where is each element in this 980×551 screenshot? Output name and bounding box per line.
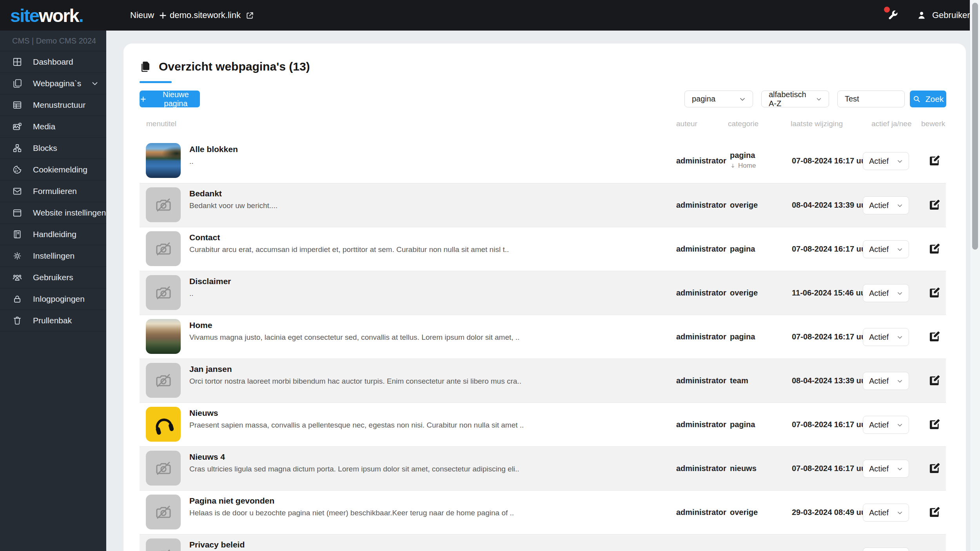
plus-icon: [159, 11, 167, 20]
row-last-modified: 08-04-2024 13:39 uur: [792, 201, 869, 210]
no-image-camera-icon: [154, 239, 173, 258]
site-link[interactable]: demo.sitework.link: [170, 10, 254, 20]
row-last-modified: 29-03-2024 08:49 uur: [792, 508, 869, 517]
row-thumbnail: [146, 538, 181, 551]
status-select[interactable]: Actief: [863, 152, 909, 170]
sidebar-item-menustructuur[interactable]: Menustructuur: [0, 94, 106, 116]
status-select[interactable]: Actief: [863, 416, 909, 434]
sidebar-item-handleiding[interactable]: Handleiding: [0, 224, 106, 245]
table-row[interactable]: Nieuws 4 Cras ultricies ligula sed magna…: [140, 446, 946, 490]
row-author: administrator: [676, 464, 726, 473]
status-select[interactable]: Actief: [863, 284, 909, 302]
row-author: administrator: [676, 245, 726, 254]
no-image-camera-icon: [154, 459, 173, 478]
edit-icon: [928, 549, 941, 551]
edit-icon: [928, 374, 941, 387]
row-category: team: [730, 376, 748, 385]
sidebar-item-formulieren[interactable]: Formulieren: [0, 181, 106, 202]
sort-filter-select[interactable]: alfabetisch A-Z: [761, 91, 829, 107]
row-thumbnail: [146, 451, 181, 486]
chevron-down-icon: [896, 465, 904, 473]
status-select-value: Actief: [869, 420, 889, 430]
status-select-value: Actief: [869, 377, 889, 386]
status-select[interactable]: Actief: [863, 328, 909, 346]
status-select[interactable]: Actief: [863, 504, 909, 522]
chevron-down-icon: [896, 509, 904, 517]
edit-page-button[interactable]: [928, 154, 941, 167]
sitework-logo[interactable]: sitework.: [10, 5, 83, 26]
status-select[interactable]: Actief: [863, 372, 909, 390]
menu-structure-icon: [12, 100, 22, 110]
page-scrollbar[interactable]: [970, 0, 980, 551]
status-select-value: Actief: [869, 157, 889, 166]
edit-page-button[interactable]: [928, 418, 941, 431]
nieuw-menu-button[interactable]: Nieuw: [130, 10, 167, 20]
sidebar: CMS | Demo CMS 2024 Dashboard Webpagina`…: [0, 31, 106, 551]
sidebar-item-instellingen[interactable]: Instellingen: [0, 245, 106, 267]
column-header-categorie: categorie: [728, 120, 759, 128]
category-sub-label: Home: [738, 162, 756, 170]
edit-page-button[interactable]: [928, 242, 941, 256]
sidebar-item-blocks[interactable]: Blocks: [0, 138, 106, 159]
edit-page-button[interactable]: [928, 330, 941, 343]
no-image-camera-icon: [154, 283, 173, 302]
table-row[interactable]: Bedankt Bedankt voor uw bericht.... admi…: [140, 183, 946, 227]
scrollbar-thumb[interactable]: [972, 3, 978, 250]
table-row[interactable]: Disclaimer .. administrator overige 11-0…: [140, 271, 946, 315]
row-author: administrator: [676, 508, 726, 517]
status-select[interactable]: Actief: [863, 240, 909, 258]
row-description: Helaas is de door u bezochte pagina niet…: [189, 509, 514, 517]
column-header-auteur: auteur: [676, 120, 697, 128]
topbar: sitework. Nieuw demo.sitework.link: [0, 0, 970, 31]
sidebar-item-webpaginas[interactable]: Webpagina`s: [0, 73, 106, 94]
status-select-value: Actief: [869, 245, 889, 254]
users-icon: [12, 272, 22, 283]
table-row[interactable]: Jan jansen Orci tortor nostra laoreet mo…: [140, 359, 946, 402]
row-title: Jan jansen: [189, 364, 232, 374]
category-filter-select[interactable]: pagina: [684, 91, 753, 107]
sidebar-item-dashboard[interactable]: Dashboard: [0, 51, 106, 73]
chevron-down-icon: [815, 95, 822, 103]
pages-table-rows: Alle blokken .. administrator pagina Hom…: [140, 139, 946, 551]
table-row[interactable]: Pagina niet gevonden Helaas is de door u…: [140, 490, 946, 534]
sidebar-item-website-instellingen[interactable]: Website instellingen: [0, 202, 106, 224]
table-row[interactable]: Home Vivamus magna justo, lacinia eget c…: [140, 315, 946, 359]
chevron-down-icon: [896, 421, 904, 429]
search-button[interactable]: Zoek: [910, 91, 946, 107]
row-title: Bedankt: [189, 189, 222, 198]
row-thumbnail: [146, 275, 181, 310]
sidebar-header: CMS | Demo CMS 2024: [0, 31, 106, 51]
new-page-button[interactable]: Nieuwe pagina: [140, 91, 200, 107]
sidebar-item-inlogpogingen[interactable]: Inlogpogingen: [0, 288, 106, 310]
sidebar-item-label: Blocks: [33, 143, 57, 153]
page-title: Overzicht webpagina's (13): [159, 60, 310, 73]
book-icon: [12, 229, 22, 239]
row-last-modified: 07-08-2024 16:17 uur: [792, 245, 869, 254]
edit-page-button[interactable]: [928, 374, 941, 387]
user-icon: [916, 10, 927, 20]
edit-page-button[interactable]: [928, 286, 941, 299]
edit-page-button[interactable]: [928, 462, 941, 475]
edit-page-button[interactable]: [928, 506, 941, 519]
chevron-down-icon: [896, 290, 904, 297]
status-select[interactable]: Actief: [863, 547, 909, 551]
table-row[interactable]: Contact Curabitur arcu erat, accumsan id…: [140, 227, 946, 271]
table-row[interactable]: Privacy beleid .. administrator overige …: [140, 534, 946, 551]
sidebar-item-prullenbak[interactable]: Prullenbak: [0, 310, 106, 332]
edit-page-button[interactable]: [928, 198, 941, 212]
browser-icon: [12, 208, 22, 218]
column-header-laatste-wijziging: laatste wijziging: [791, 120, 843, 128]
search-input[interactable]: [837, 91, 905, 107]
sidebar-item-cookiemelding[interactable]: Cookiemelding: [0, 159, 106, 181]
status-select[interactable]: Actief: [863, 196, 909, 214]
row-category-label: pagina: [730, 245, 755, 253]
sidebar-item-gebruikers[interactable]: Gebruikers: [0, 267, 106, 288]
sort-filter-value: alfabetisch A-Z: [769, 90, 815, 108]
edit-page-button[interactable]: [928, 549, 941, 551]
table-row[interactable]: Alle blokken .. administrator pagina Hom…: [140, 139, 946, 183]
media-icon: [12, 121, 22, 132]
sidebar-item-media[interactable]: Media: [0, 116, 106, 138]
status-select[interactable]: Actief: [863, 460, 909, 478]
table-row[interactable]: Nieuws Praesent sapien massa, convallis …: [140, 402, 946, 446]
sidebar-item-label: Formulieren: [33, 187, 77, 196]
